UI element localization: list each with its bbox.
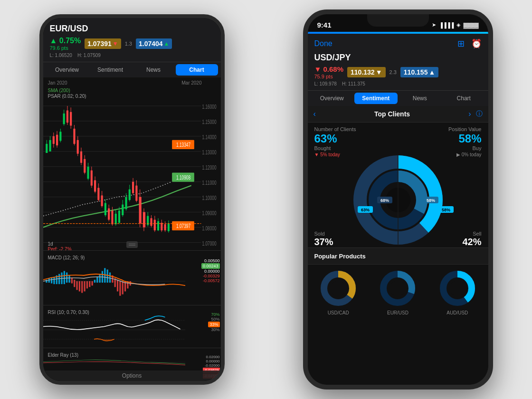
p1-buy-box[interactable]: 1.07404 ▲ — [136, 38, 172, 49]
svg-text:1.15000: 1.15000 — [202, 118, 216, 125]
svg-rect-117 — [84, 281, 85, 291]
p1-tabs: Overview Sentiment News Chart — [43, 62, 221, 77]
svg-text:1.10000: 1.10000 — [202, 194, 216, 201]
info-button[interactable]: ⓘ — [476, 110, 483, 118]
svg-rect-121 — [94, 280, 95, 283]
rsi-chart — [43, 314, 185, 345]
svg-text:1.08000: 1.08000 — [202, 225, 216, 231]
svg-rect-126 — [106, 270, 108, 283]
phone1: EUR/USD ▲ 0.75% 79.6 pts 1.07391 ▼ 1.3 1… — [39, 14, 225, 385]
options-bar[interactable]: Options — [43, 370, 221, 381]
p2-sell-arrow: ▼ — [376, 68, 382, 76]
svg-rect-111 — [68, 276, 70, 283]
p2-change: ▼ 0.68% 75.9 pts — [314, 65, 344, 79]
notch — [367, 14, 429, 27]
svg-text:63%: 63% — [361, 208, 369, 212]
p2-nav-icons: ⊞ ⏰ — [457, 38, 482, 49]
tab-overview[interactable]: Overview — [46, 64, 88, 76]
p2-sell-box[interactable]: 110.132 ▼ — [347, 67, 385, 77]
macd-chart — [43, 259, 185, 303]
buy-arrow-icon: ▲ — [164, 40, 170, 47]
svg-text:1.13000: 1.13000 — [202, 149, 216, 155]
svg-text:1.16000: 1.16000 — [202, 104, 216, 110]
popular-products-header: Popular Products — [308, 247, 488, 265]
p2-tabs: Overview Sentiment News Chart — [308, 90, 488, 106]
next-arrow[interactable]: › — [468, 110, 471, 118]
svg-rect-127 — [109, 273, 110, 283]
svg-rect-125 — [104, 268, 105, 283]
list-icon[interactable]: ⊞ — [457, 38, 465, 49]
tab-news[interactable]: News — [399, 93, 442, 104]
svg-point-162 — [450, 281, 465, 296]
svg-rect-104 — [51, 278, 52, 284]
eurusd-chart — [379, 269, 417, 307]
tab-sentiment[interactable]: Sentiment — [354, 93, 398, 104]
elder-ray-section: Elder Ray (13) 0.02000 0.00000 -0.02000 … — [43, 348, 221, 368]
p1-chart-area: Jan 2020 Mar 2020 SMA (200) PSAR (0.02; … — [43, 77, 221, 381]
svg-text:1.13347: 1.13347 — [176, 141, 190, 148]
status-icons: ➤ ▐▐▐▐ ◈ ▓▓▓▓ — [432, 22, 478, 28]
svg-rect-122 — [96, 277, 98, 283]
p1-header: EUR/USD ▲ 0.75% 79.6 pts 1.07391 ▼ 1.3 1… — [43, 18, 221, 62]
battery-icon: ▓▓▓▓ — [463, 22, 478, 28]
tab-overview[interactable]: Overview — [311, 93, 354, 104]
p1-chart-labels: Jan 2020 Mar 2020 — [48, 80, 202, 86]
tab-sentiment[interactable]: Sentiment — [89, 64, 132, 76]
p2-pair: USD/JPY — [314, 53, 482, 63]
p1-change: ▲ 0.75% 79.6 pts — [50, 37, 81, 51]
svg-point-159 — [390, 281, 405, 296]
svg-rect-119 — [89, 281, 90, 287]
svg-rect-120 — [91, 281, 93, 285]
svg-text:1.10908: 1.10908 — [176, 174, 190, 180]
resize-handle[interactable] — [126, 241, 138, 248]
tab-chart[interactable]: Chart — [442, 93, 485, 104]
p2-header: Done ⊞ ⏰ USD/JPY ▼ 0.68% 75.9 pts 110.13… — [308, 34, 488, 90]
usdcad-chart — [319, 269, 357, 307]
p2-buy-box[interactable]: 110.155 ▲ — [400, 67, 438, 77]
tab-news[interactable]: News — [133, 64, 175, 76]
p2-spread-row: L: 109.978 H: 111.375 — [314, 81, 482, 86]
wifi-icon: ◈ — [456, 22, 460, 28]
products-row: USD/CAD EUR/USD — [308, 265, 488, 320]
tab-chart[interactable]: Chart — [176, 64, 218, 76]
rsi-values: 70% 50% 33% 30% — [208, 312, 219, 332]
macd-values: 0.00500 0.00243 0.00000 -0.00329 -0.0057… — [201, 258, 220, 283]
svg-rect-131 — [119, 281, 121, 296]
p2-donut-area: 63% 68% 58% 58% Sold — [308, 152, 488, 247]
audusd-chart — [438, 269, 476, 307]
product-eurusd: EUR/USD — [379, 269, 417, 315]
alert-icon[interactable]: ⏰ — [471, 38, 482, 49]
rsi-section: RSI (10; 0.70; 0.30) 70% 50% — [43, 305, 221, 347]
phone2-screen: 9:41 ➤ ▐▐▐▐ ◈ ▓▓▓▓ Done ⊞ ⏰ — [308, 14, 488, 385]
phone2: 9:41 ➤ ▐▐▐▐ ◈ ▓▓▓▓ Done ⊞ ⏰ — [303, 10, 493, 390]
p2-nav-row: Done ⊞ ⏰ — [314, 38, 482, 49]
sma-indicator: SMA (200) — [48, 88, 70, 93]
svg-rect-109 — [63, 271, 65, 285]
sold-sell-labels: Sold 37% Sell 42% — [313, 231, 484, 247]
candlestick-chart: 1.13347 1.10908 1.07397 1.16000 1.15000 … — [43, 98, 221, 265]
product-audusd: AUD/USD — [438, 269, 476, 315]
svg-rect-110 — [66, 273, 67, 283]
svg-rect-123 — [99, 274, 100, 283]
elder-ray-chart — [43, 357, 185, 368]
phone1-screen: EUR/USD ▲ 0.75% 79.6 pts 1.07391 ▼ 1.3 1… — [43, 18, 221, 381]
svg-text:1.11000: 1.11000 — [202, 179, 216, 186]
done-button[interactable]: Done — [314, 39, 332, 48]
svg-rect-115 — [78, 281, 80, 291]
svg-text:58%: 58% — [441, 208, 450, 212]
p2-content: ‹ Top Clients › ⓘ Number of Clients 63% … — [308, 106, 488, 385]
p1-pair: EUR/USD — [50, 24, 214, 34]
signal-icon: ▐▐▐▐ — [439, 22, 454, 28]
svg-rect-130 — [116, 280, 118, 292]
svg-rect-114 — [76, 281, 77, 290]
svg-rect-132 — [122, 281, 123, 294]
p1-sell-box[interactable]: 1.07391 ▼ — [85, 38, 121, 49]
p1-price-row: ▲ 0.75% 79.6 pts 1.07391 ▼ 1.3 1.07404 ▲ — [50, 37, 214, 51]
svg-text:58%: 58% — [426, 198, 435, 203]
sell-arrow-icon: ▼ — [113, 40, 118, 47]
p2-price-row: ▼ 0.68% 75.9 pts 110.132 ▼ 2.3 110.155 ▲ — [314, 65, 482, 79]
svg-text:1.07397: 1.07397 — [176, 222, 190, 229]
svg-text:1.07000: 1.07000 — [202, 240, 216, 247]
svg-point-156 — [331, 281, 346, 296]
prev-arrow[interactable]: ‹ — [314, 110, 316, 118]
